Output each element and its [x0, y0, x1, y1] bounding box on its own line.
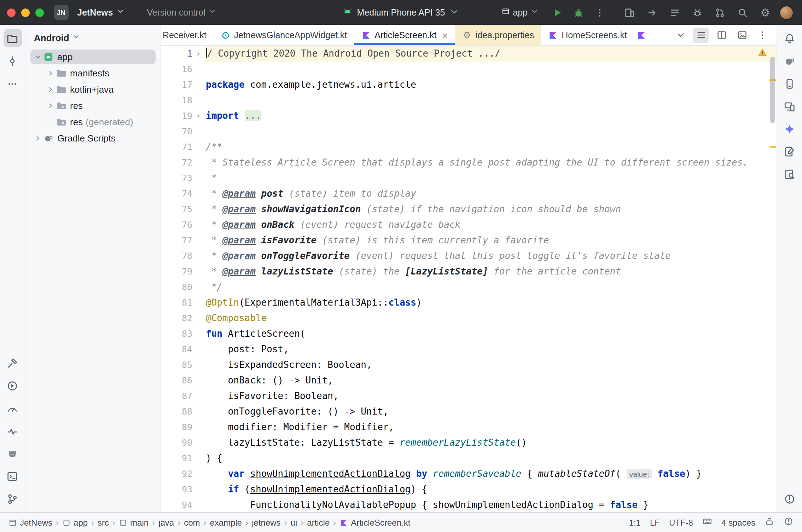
breadcrumb-com[interactable]: com	[184, 517, 200, 527]
run-tool-button[interactable]	[3, 376, 22, 395]
debug-button[interactable]	[571, 5, 586, 19]
bug-report-button[interactable]	[690, 5, 704, 19]
app-inspection-tool-button[interactable]	[780, 165, 799, 183]
indent-widget[interactable]: 4 spaces	[721, 517, 755, 527]
build-tool-button[interactable]	[3, 354, 22, 372]
chevron-down-button[interactable]	[673, 27, 688, 43]
running-devices-tool-button[interactable]	[780, 97, 799, 115]
settings-button[interactable]: ⚙	[758, 5, 772, 19]
code-line-16[interactable]: 16	[161, 62, 777, 77]
device-mirroring-button[interactable]	[622, 5, 637, 19]
gradle-tool-button[interactable]	[780, 52, 799, 70]
chevron-right-icon[interactable]	[45, 102, 56, 110]
code-line-82[interactable]: 82@Composable	[161, 311, 777, 326]
code-line-83[interactable]: 83fun ArticleScreen(	[161, 326, 777, 342]
device-manager-tool-button[interactable]	[780, 74, 799, 93]
tab-clipped[interactable]	[634, 25, 650, 45]
tab-Receiver.kt[interactable]: Receiver.kt	[161, 25, 214, 45]
keyboard-indicator[interactable]	[702, 516, 712, 528]
zoom-window-button[interactable]	[35, 8, 44, 17]
chevron-right-icon[interactable]	[45, 86, 56, 93]
encoding-widget[interactable]: UTF-8	[669, 517, 693, 527]
project-selector[interactable]: JetNews	[73, 5, 128, 20]
stripe-mark-weak-warning[interactable]	[769, 146, 776, 148]
tree-item-gradle-scripts[interactable]: Gradle Scripts	[25, 130, 161, 146]
tab-close-icon[interactable]: ×	[442, 30, 448, 40]
code-line-75[interactable]: 75 * @param showNavigationIcon (state) i…	[161, 202, 777, 217]
code-line-93[interactable]: 93 if (showUnimplementedActionDialog) {	[161, 482, 777, 497]
run-button[interactable]	[550, 5, 564, 19]
version-control-tool-button[interactable]	[3, 490, 22, 508]
code-line-73[interactable]: 73 *	[161, 170, 777, 186]
code-line-87[interactable]: 87 isFavorite: Boolean,	[161, 388, 777, 404]
code-line-94[interactable]: 94 FunctionalityNotAvailablePopup { show…	[161, 497, 777, 512]
close-window-button[interactable]	[7, 8, 16, 17]
inspections-widget[interactable]	[757, 47, 767, 57]
code-view-button[interactable]	[693, 27, 709, 43]
code-line-19[interactable]: 19›import ...	[161, 108, 777, 124]
breadcrumb-java[interactable]: java	[158, 517, 174, 527]
code-line-1[interactable]: 1›/ Copyright 2020 The Android Open Sour…	[161, 46, 777, 62]
code-line-89[interactable]: 89 modifier: Modifier = Modifier,	[161, 420, 777, 435]
breadcrumb-src[interactable]: src	[98, 517, 109, 527]
code-line-18[interactable]: 18	[161, 93, 777, 108]
tree-item-manifests[interactable]: manifests	[25, 65, 161, 81]
fold-marker-icon[interactable]: ›	[192, 46, 204, 62]
problems-indicator[interactable]	[784, 516, 794, 528]
code-line-90[interactable]: 90 lazyListState: LazyListState = rememb…	[161, 435, 777, 451]
code-line-76[interactable]: 76 * @param onBack (event) request navig…	[161, 217, 777, 233]
search-button[interactable]	[736, 5, 750, 19]
breadcrumb-article[interactable]: article	[307, 517, 330, 527]
chevron-right-icon[interactable]	[45, 69, 56, 77]
commit-tool-button[interactable]	[3, 52, 22, 70]
code-line-77[interactable]: 77 * @param isFavorite (state) is this i…	[161, 233, 777, 248]
code-line-74[interactable]: 74 * @param post (state) item to display	[161, 186, 777, 202]
code-line-85[interactable]: 85 isExpandedScreen: Boolean,	[161, 357, 777, 373]
code-line-78[interactable]: 78 * @param onToggleFavorite (event) req…	[161, 248, 777, 264]
run-config-selector[interactable]: app	[497, 5, 543, 20]
minimize-window-button[interactable]	[21, 8, 30, 17]
breadcrumb-jetnews[interactable]: jetnews	[252, 517, 280, 527]
editor-scrollbar[interactable]	[770, 57, 775, 123]
chevron-down-icon[interactable]	[33, 53, 43, 61]
tab-HomeScreens.kt[interactable]: HomeScreens.kt	[541, 25, 634, 45]
project-folder-tool-button[interactable]	[3, 29, 22, 47]
tab-ArticleScreen.kt[interactable]: ArticleScreen.kt×	[354, 25, 455, 45]
pull-request-button[interactable]	[713, 5, 727, 19]
tree-item-kotlin-java[interactable]: kotlin+java	[25, 81, 161, 98]
code-line-88[interactable]: 88 onToggleFavorite: () -> Unit,	[161, 404, 777, 420]
live-edit-tool-button[interactable]	[780, 142, 799, 161]
logcat-tool-button[interactable]	[3, 444, 22, 463]
project-view-selector[interactable]: Android	[25, 29, 161, 47]
more-horizontal-tool-button[interactable]: ⋯	[3, 74, 22, 93]
tree-item-app[interactable]: app	[25, 49, 161, 65]
code-line-86[interactable]: 86 onBack: () -> Unit,	[161, 373, 777, 388]
line-separator-widget[interactable]: LF	[650, 517, 660, 527]
code-line-17[interactable]: 17package com.example.jetnews.ui.article	[161, 77, 777, 93]
tree-item-res[interactable]: res(generated)	[25, 114, 161, 130]
breadcrumb-example[interactable]: example	[210, 517, 242, 527]
breadcrumb-ui[interactable]: ui	[291, 517, 297, 527]
device-selector[interactable]: Medium Phone API 35	[342, 6, 460, 19]
code-line-80[interactable]: 80 */	[161, 279, 777, 295]
fold-marker-icon[interactable]: ›	[192, 108, 204, 124]
breadcrumb-app[interactable]: app	[62, 517, 88, 527]
split-view-button[interactable]	[714, 27, 729, 43]
stripe-mark-warning[interactable]	[769, 79, 776, 81]
code-line-81[interactable]: 81@OptIn(ExperimentalMaterial3Api::class…	[161, 295, 777, 311]
readonly-toggle[interactable]	[765, 516, 774, 528]
editor-body[interactable]: 1›/ Copyright 2020 The Android Open Sour…	[161, 46, 777, 512]
code-line-72[interactable]: 72 * Stateless Article Screen that displ…	[161, 155, 777, 170]
code-line-92[interactable]: 92 var showUnimplementedActionDialog by …	[161, 466, 777, 482]
notifications-tool-button[interactable]	[780, 29, 799, 47]
vcs-widget[interactable]: Version control	[143, 5, 221, 20]
problems-tool-button[interactable]	[780, 490, 799, 508]
avatar[interactable]	[779, 5, 794, 19]
tree-item-res[interactable]: res	[25, 98, 161, 114]
code-line-79[interactable]: 79 * @param lazyListState (state) the [L…	[161, 264, 777, 279]
profiler-tool-button[interactable]	[3, 399, 22, 417]
code-line-91[interactable]: 91) {	[161, 451, 777, 466]
code-line-71[interactable]: 71/**	[161, 139, 777, 155]
todo-list-button[interactable]	[668, 5, 682, 19]
tab-JetnewsGlanceAppWidget.kt[interactable]: JetnewsGlanceAppWidget.kt	[214, 25, 354, 45]
